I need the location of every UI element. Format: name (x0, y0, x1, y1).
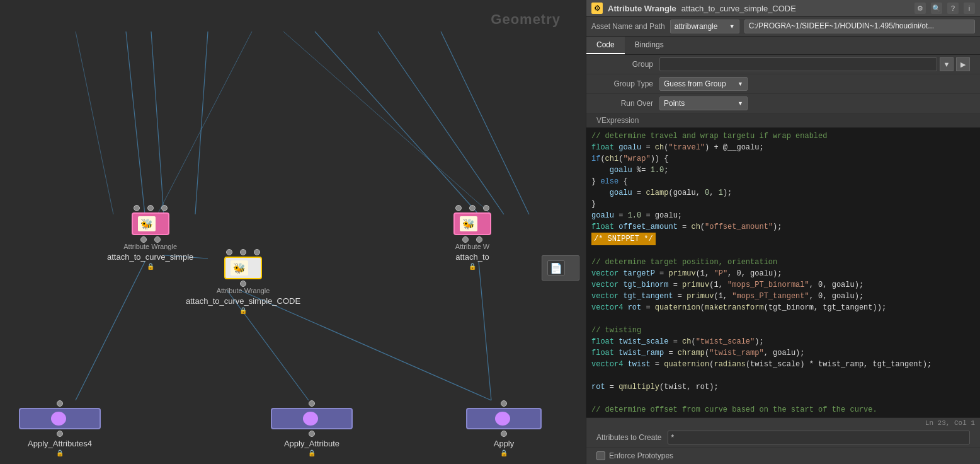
connector-bottom (240, 281, 246, 287)
svg-line-3 (315, 32, 479, 214)
node-main-label: Apply_Attribute (284, 439, 339, 448)
svg-line-0 (126, 32, 145, 214)
enforce-label: Enforce Prototypes (609, 451, 673, 460)
code-line: vector originP = point(2, "P", @ptnum); (591, 415, 975, 417)
code-line: // determine offset from curve based on … (591, 404, 975, 415)
run-over-label: Run Over (596, 99, 653, 108)
code-line: // twisting (591, 325, 975, 336)
node-icon (303, 412, 318, 426)
tab-code[interactable]: Code (586, 37, 625, 54)
code-line: vector targetP = primuv(1, "P", 0, goalu… (591, 268, 975, 279)
group-type-dropdown[interactable]: Guess from Group ▼ (659, 77, 748, 91)
graph-area: Geometry 🐝 Attr (0, 0, 586, 464)
connector-top (161, 205, 168, 211)
svg-line-11 (76, 32, 113, 214)
node-main-label: Apply_Attributes4 (28, 439, 92, 448)
svg-line-5 (441, 32, 529, 214)
tab-bindings[interactable]: Bindings (625, 37, 674, 54)
node-main-label: attach_to_curve_simple_CODE (186, 296, 300, 306)
code-line: } else { (591, 176, 975, 187)
right-panel: ⚙ Attribute Wrangle attach_to_curve_simp… (586, 0, 980, 464)
group-type-label: Group Type (596, 79, 653, 88)
ln-col-indicator: Ln 23, Col 1 (925, 419, 975, 427)
group-select-btn[interactable]: ▶ (956, 57, 970, 71)
connector-bottom (57, 431, 63, 437)
svg-line-4 (378, 32, 504, 214)
code-line: float offset_amount = ch("offset_amount"… (591, 221, 975, 233)
panel-title: Attribute Wrangle (608, 4, 676, 13)
connector-top (147, 205, 154, 211)
node-type-label: Attribute W (455, 243, 489, 250)
svg-line-2 (195, 32, 208, 214)
group-form-row: Group ▼ ▶ (586, 55, 980, 74)
svg-line-12 (157, 32, 252, 214)
node-apply-attrs4[interactable]: Apply_Attributes4 🔒 (19, 400, 101, 456)
asset-row: Asset Name and Path attribwrangle ▼ C:/P… (586, 17, 980, 37)
run-over-dropdown[interactable]: Points ▼ (659, 96, 748, 110)
run-over-arrow-icon: ▼ (738, 100, 743, 107)
code-editor[interactable]: // determine travel and wrap targetu if … (586, 128, 980, 417)
connector-top (501, 400, 507, 407)
attrs-create-input[interactable] (668, 431, 970, 444)
code-line: rot = qmultiply(twist, rot); (591, 381, 975, 393)
wire-canvas (0, 0, 586, 464)
svg-line-7 (76, 262, 145, 400)
node-main-label: attach_to (455, 252, 489, 262)
group-dropdown-arrow[interactable]: ▼ (940, 57, 954, 71)
code-line (591, 245, 975, 257)
node-lock-icon2: 🔒 (239, 307, 247, 314)
node-type-label: Attribute Wrangle (123, 243, 177, 250)
tabs-row: Code Bindings (586, 37, 980, 55)
connector-top (455, 205, 462, 211)
asset-path-field[interactable]: C:/PROGRA~1/SIDEEF~1/HOUDIN~1.495/houdin… (744, 20, 975, 33)
node-apply-attrs6[interactable]: Apply 🔒 (466, 400, 542, 456)
code-line: goalu = 1.0 = goalu; (591, 210, 975, 221)
node-lock-icon5: 🔒 (308, 450, 316, 456)
connector-bottom (462, 236, 469, 243)
code-line: if(chi("wrap")) { (591, 153, 975, 165)
asset-name-label: Asset Name and Path (591, 22, 665, 31)
node-icon (51, 412, 66, 426)
node-icon: 🐝 (460, 216, 477, 231)
svg-line-13 (283, 32, 491, 214)
node-dark-icon[interactable]: 📄 (542, 255, 579, 281)
connector-bottom (476, 236, 482, 243)
dropdown-arrow-icon: ▼ (729, 23, 735, 30)
node-lock-icon3: 🔒 (469, 263, 476, 270)
node-icon: 📄 (547, 260, 565, 276)
node-main-label: Apply (494, 439, 515, 448)
connector-bottom (309, 431, 315, 437)
gear-button[interactable]: ⚙ (914, 3, 926, 14)
code-line: vector4 twist = quaternion(radians(twist… (591, 359, 975, 370)
node-attr-wrangle-left[interactable]: 🐝 Attribute Wrangle attach_to_curve_simp… (107, 205, 193, 270)
enforce-prototypes-row: Enforce Prototypes (586, 448, 980, 464)
info-button[interactable]: i (964, 3, 975, 14)
node-type-label: Attribute Wrangle (217, 287, 270, 294)
search-button[interactable]: 🔍 (931, 3, 942, 14)
enforce-checkbox[interactable] (596, 451, 605, 460)
attrs-create-label: Attributes to Create (596, 433, 661, 442)
wrangle-icon: ⚙ (594, 4, 601, 13)
code-line: vector tgt_tangent = primuv(1, "mops_PT_… (591, 291, 975, 302)
asset-name-dropdown[interactable]: attribwrangle ▼ (670, 20, 739, 33)
node-attr-wrangle-code[interactable]: 🐝 Attribute Wrangle attach_to_curve_simp… (186, 249, 300, 314)
code-line: vector tgt_binorm = primuv(1, "mops_PT_b… (591, 279, 975, 291)
node-apply-attrs5[interactable]: Apply_Attribute 🔒 (271, 400, 353, 456)
connector-top (240, 249, 246, 255)
help-button[interactable]: ? (947, 3, 959, 14)
panel-header-icon: ⚙ (591, 3, 603, 14)
group-input[interactable] (659, 57, 937, 71)
connector-top (254, 249, 260, 255)
code-line: } (591, 199, 975, 210)
node-main-label: attach_to_curve_simple (107, 252, 193, 262)
code-line: goalu = clamp(goalu, 0, 1); (591, 187, 975, 199)
node-icon (495, 412, 510, 426)
code-line: float goalu = ch("travel") + @__goalu; (591, 142, 975, 153)
node-icon: 🐝 (138, 216, 156, 231)
node-lock-icon4: 🔒 (56, 450, 64, 456)
node-attr-wrangle-right[interactable]: 🐝 Attribute W attach_to 🔒 (453, 205, 491, 270)
connector-top (57, 400, 63, 407)
asset-dropdown-value: attribwrangle (675, 22, 718, 31)
connector-top (309, 400, 315, 407)
connector-bottom (140, 236, 147, 243)
